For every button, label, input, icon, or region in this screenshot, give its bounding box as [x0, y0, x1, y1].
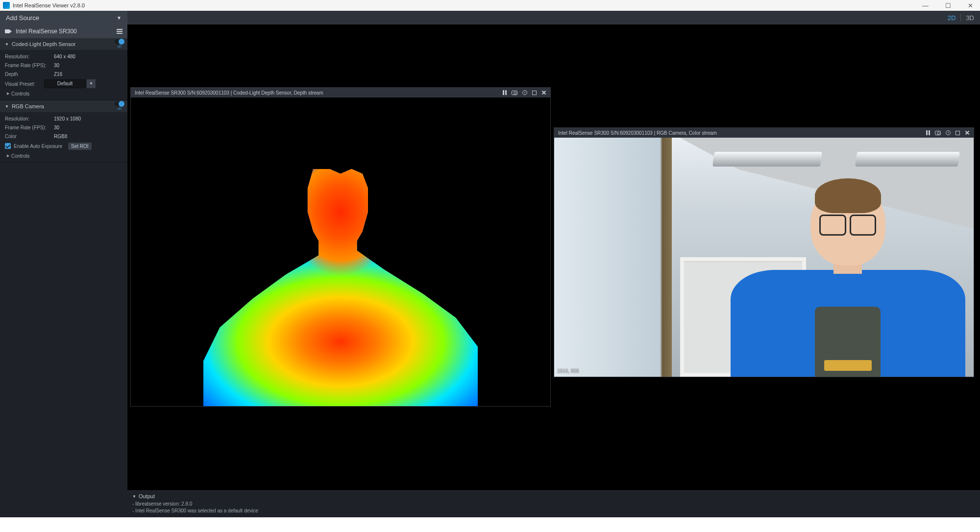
depth-sensor-title: Coded-Light Depth Sensor	[12, 41, 75, 47]
color-stream-header: Intel RealSense SR300 S/N:609203001103 |…	[554, 128, 974, 138]
caret-down-icon: ▼	[132, 494, 136, 499]
depth-fps-row[interactable]: Frame Rate (FPS): 30	[5, 61, 122, 70]
color-stream-title: Intel RealSense SR300 S/N:609203001103 |…	[558, 130, 717, 136]
device-name: Intel RealSense SR300	[16, 28, 77, 35]
maximize-icon[interactable]	[956, 131, 960, 135]
auto-exposure-label: Enable Auto Exposure	[14, 144, 62, 149]
depth-stream-header: Intel RealSense SR300 S/N:609203001103 |…	[131, 88, 550, 97]
color-stream-window[interactable]: Intel RealSense SR300 S/N:609203001103 |…	[554, 127, 974, 377]
color-camera-image	[554, 138, 974, 377]
controls-label: Controls	[11, 91, 29, 97]
controls-label: Controls	[11, 153, 29, 159]
chevron-down-icon: ▼	[117, 15, 122, 21]
depth-sensor-props: Resolution: 640 x 480 Frame Rate (FPS): …	[0, 50, 127, 100]
footer-strip	[0, 517, 980, 532]
add-source-label: Add Source	[6, 14, 39, 22]
view-3d-button[interactable]: 3D	[966, 14, 974, 22]
visual-preset-dropdown-button[interactable]: ▼	[87, 79, 96, 88]
snapshot-icon[interactable]	[512, 91, 517, 95]
prop-value: 30	[54, 125, 59, 130]
prop-label: Frame Rate (FPS):	[5, 63, 54, 68]
close-icon[interactable]	[541, 90, 546, 95]
toggle-state-label: on	[118, 107, 122, 110]
toggle-switch-icon	[115, 39, 124, 44]
window-controls: — ☐ ✕	[922, 2, 977, 9]
prop-value: 1920 x 1080	[54, 116, 81, 121]
color-stream-body: 1916, 906	[554, 138, 974, 377]
rgb-resolution-row[interactable]: Resolution: 1920 x 1080	[5, 114, 122, 123]
depth-sensor-toggle[interactable]: on	[115, 39, 124, 48]
prop-label: Depth	[5, 72, 54, 77]
depth-stream-window[interactable]: Intel RealSense SR300 S/N:609203001103 |…	[130, 87, 551, 407]
close-icon[interactable]	[965, 130, 970, 135]
depth-sensor-header[interactable]: ▼ Coded-Light Depth Sensor on	[0, 38, 127, 50]
close-button[interactable]: ✕	[968, 2, 973, 9]
set-roi-button[interactable]: Set ROI	[68, 143, 92, 150]
device-header[interactable]: Intel RealSense SR300	[0, 24, 127, 38]
snapshot-icon[interactable]	[935, 131, 941, 135]
depth-stream-title: Intel RealSense SR300 S/N:609203001103 |…	[135, 90, 323, 96]
prop-value: 640 x 480	[54, 54, 75, 59]
depth-sensor-section: ▼ Coded-Light Depth Sensor on Resolution…	[0, 38, 127, 100]
prop-label: Resolution:	[5, 116, 54, 121]
app-icon	[3, 2, 10, 9]
depth-stream-body	[131, 97, 550, 406]
toggle-state-label: on	[118, 45, 122, 48]
depth-format-row[interactable]: Depth Z16	[5, 70, 122, 78]
add-source-dropdown[interactable]: Add Source ▼	[0, 11, 127, 24]
minimize-button[interactable]: —	[922, 2, 929, 9]
depth-heatmap-image	[213, 125, 468, 389]
rgb-camera-props: Resolution: 1920 x 1080 Frame Rate (FPS)…	[0, 112, 127, 162]
window-title: Intel RealSense Viewer v2.8.0	[13, 2, 85, 8]
caret-right-icon: ▶	[7, 92, 9, 96]
rgb-controls-expander[interactable]: ▶ Controls	[5, 151, 122, 160]
depth-resolution-row[interactable]: Resolution: 640 x 480	[5, 52, 122, 61]
main-area: Intel RealSense SR300 ▼ Coded-Light Dept…	[0, 24, 980, 517]
hamburger-icon[interactable]	[117, 29, 122, 34]
auto-exposure-checkbox[interactable]	[5, 143, 11, 149]
app-header: Add Source ▼ 2D 3D	[0, 11, 980, 24]
depth-controls-expander[interactable]: ▶ Controls	[5, 89, 122, 98]
depth-stream-controls	[503, 90, 546, 95]
rgb-format-row[interactable]: Color RGB8	[5, 132, 122, 141]
caret-right-icon: ▶	[7, 154, 9, 158]
maximize-icon[interactable]	[532, 91, 537, 95]
caret-down-icon: ▼	[5, 104, 9, 109]
output-header[interactable]: ▼ Output	[132, 492, 975, 501]
header-spacer	[127, 11, 948, 24]
output-line: - Intel RealSense SR300 was selected as …	[132, 508, 975, 514]
visual-preset-select[interactable]: Default	[44, 79, 86, 88]
prop-value: 30	[54, 63, 59, 68]
rgb-camera-header[interactable]: ▼ RGB Camera on	[0, 100, 127, 112]
prop-label: Visual Preset:	[5, 81, 44, 87]
separator	[960, 14, 961, 21]
pixel-coord-label: 1916, 906	[557, 368, 579, 374]
info-icon[interactable]	[522, 90, 527, 95]
rgb-camera-toggle[interactable]: on	[115, 101, 124, 110]
camera-icon	[5, 29, 12, 34]
pause-icon[interactable]	[926, 130, 930, 135]
caret-down-icon: ▼	[5, 42, 9, 47]
rgb-camera-section: ▼ RGB Camera on Resolution: 1920 x 1080 …	[0, 100, 127, 163]
pause-icon[interactable]	[503, 90, 507, 95]
view-2d-button[interactable]: 2D	[948, 14, 956, 22]
prop-value: Z16	[54, 72, 62, 77]
output-panel: ▼ Output - librealsense version: 2.8.0 -…	[127, 490, 980, 517]
prop-label: Resolution:	[5, 54, 54, 59]
info-icon[interactable]	[946, 130, 951, 135]
prop-label: Frame Rate (FPS):	[5, 125, 54, 130]
auto-exposure-row: Enable Auto Exposure Set ROI	[5, 141, 122, 151]
sidebar: Intel RealSense SR300 ▼ Coded-Light Dept…	[0, 24, 127, 517]
maximize-button[interactable]: ☐	[945, 2, 951, 9]
viewport[interactable]: Intel RealSense SR300 S/N:609203001103 |…	[127, 24, 980, 517]
prop-label: Color	[5, 134, 54, 139]
color-stream-controls	[926, 130, 970, 135]
toggle-switch-icon	[115, 101, 124, 106]
output-line: - librealsense version: 2.8.0	[132, 501, 975, 508]
rgb-fps-row[interactable]: Frame Rate (FPS): 30	[5, 123, 122, 132]
output-title: Output	[139, 493, 155, 499]
view-mode-toggle: 2D 3D	[948, 11, 980, 24]
prop-value: RGB8	[54, 134, 67, 139]
rgb-camera-title: RGB Camera	[12, 103, 44, 109]
visual-preset-row: Visual Preset: Default ▼	[5, 78, 122, 89]
